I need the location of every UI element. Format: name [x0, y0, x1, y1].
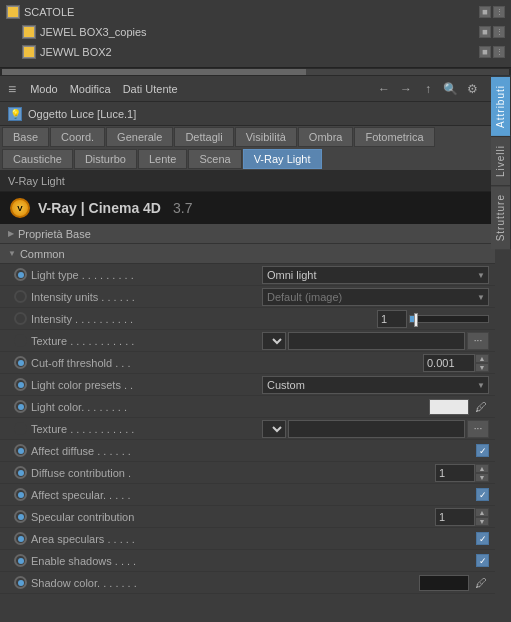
light-color-radio[interactable]	[14, 400, 27, 413]
cutoff-radio[interactable]	[14, 356, 27, 369]
object-name: JEWWL BOX2	[40, 46, 475, 58]
tab-disturbo[interactable]: Disturbo	[74, 149, 137, 169]
tab-visibilita[interactable]: Visibilità	[235, 127, 297, 147]
texture1-field[interactable]	[288, 332, 465, 350]
object-list-scrollbar[interactable]	[0, 68, 511, 76]
eyedropper-button[interactable]: 🖊	[473, 399, 489, 415]
cutoff-spin-up[interactable]: ▲	[475, 354, 489, 363]
menu-dati-utente[interactable]: Dati Utente	[117, 81, 184, 97]
light-color-presets-select[interactable]: Custom D65 White Warm White	[262, 376, 489, 394]
cutoff-label: Cut-off threshold . . .	[31, 357, 419, 369]
enable-shadows-row: Enable shadows . . . . ✓	[0, 550, 495, 572]
visibility-icon[interactable]: ◼	[479, 46, 491, 58]
light-color-row: Light color. . . . . . . . 🖊	[0, 396, 495, 418]
intensity-input[interactable]	[377, 310, 407, 328]
intensity-slider-track[interactable]	[409, 315, 489, 323]
dots-icon[interactable]: ⋮	[493, 46, 505, 58]
texture1-type-select[interactable]: ▼	[262, 332, 286, 350]
tab-dettagli[interactable]: Dettagli	[174, 127, 233, 147]
texture1-spacer	[14, 334, 27, 347]
shadow-color-radio[interactable]	[14, 576, 27, 589]
shadow-eyedropper-button[interactable]: 🖊	[473, 575, 489, 591]
nav-up[interactable]: ↑	[419, 80, 437, 98]
shadow-color-label: Shadow color. . . . . . .	[31, 577, 415, 589]
intensity-slider-thumb[interactable]	[414, 313, 418, 327]
list-item[interactable]: SCATOLE ◼ ⋮	[0, 2, 511, 22]
texture2-field[interactable]	[288, 420, 465, 438]
tab-coord[interactable]: Coord.	[50, 127, 105, 147]
right-tab-livelli[interactable]: Livelli	[491, 136, 511, 185]
affect-diffuse-radio[interactable]	[14, 444, 27, 457]
section-arrow-icon: ▶	[8, 229, 14, 238]
visibility-icon[interactable]: ◼	[479, 26, 491, 38]
tab-base[interactable]: Base	[2, 127, 49, 147]
intensity-units-select-wrapper: Default (image) Lumens Watts ▼	[262, 288, 489, 306]
diffuse-contribution-radio[interactable]	[14, 466, 27, 479]
tab-vray-light[interactable]: V-Ray Light	[243, 149, 322, 169]
cutoff-spin-down[interactable]: ▼	[475, 363, 489, 372]
visibility-icon[interactable]: ◼	[479, 6, 491, 18]
affect-diffuse-row: Affect diffuse . . . . . . ✓	[0, 440, 495, 462]
diffuse-contribution-row: Diffuse contribution . ▲ ▼	[0, 462, 495, 484]
nav-forward[interactable]: →	[397, 80, 415, 98]
section-proprieta-base[interactable]: ▶ Proprietà Base	[0, 224, 495, 244]
affect-diffuse-checkbox[interactable]: ✓	[476, 444, 489, 457]
area-speculars-radio[interactable]	[14, 532, 27, 545]
section-proprieta-base-label: Proprietà Base	[18, 228, 91, 240]
light-color-swatch[interactable]	[429, 399, 469, 415]
specular-contribution-input[interactable]	[435, 508, 475, 526]
diffuse-down[interactable]: ▼	[475, 473, 489, 482]
affect-specular-label: Affect specular. . . . .	[31, 489, 472, 501]
dots-icon[interactable]: ⋮	[493, 6, 505, 18]
tab-lente[interactable]: Lente	[138, 149, 188, 169]
texture2-type-select[interactable]: ▼	[262, 420, 286, 438]
tab-generale[interactable]: Generale	[106, 127, 173, 147]
enable-shadows-checkbox[interactable]: ✓	[476, 554, 489, 567]
enable-shadows-label: Enable shadows . . . .	[31, 555, 472, 567]
intensity-radio[interactable]	[14, 312, 27, 325]
affect-specular-checkbox[interactable]: ✓	[476, 488, 489, 501]
shadow-color-swatch[interactable]	[419, 575, 469, 591]
nav-search[interactable]: 🔍	[441, 80, 459, 98]
enable-shadows-radio[interactable]	[14, 554, 27, 567]
list-item[interactable]: JEWWL BOX2 ◼ ⋮	[0, 42, 511, 62]
hamburger-menu[interactable]: ≡	[8, 81, 16, 97]
section-common[interactable]: ▼ Common	[0, 244, 495, 264]
right-tab-strutture[interactable]: Strutture	[491, 185, 511, 249]
light-type-select[interactable]: Omni light Sphere light Rect light Dome …	[262, 266, 489, 284]
specular-up[interactable]: ▲	[475, 508, 489, 517]
menu-modo[interactable]: Modo	[24, 81, 64, 97]
intensity-units-radio[interactable]	[14, 290, 27, 303]
tab-scena[interactable]: Scena	[188, 149, 241, 169]
area-speculars-row: Area speculars . . . . . ✓	[0, 528, 495, 550]
app-window: SCATOLE ◼ ⋮ JEWEL BOX3_copies ◼ ⋮ JEWWL …	[0, 0, 511, 594]
list-item[interactable]: JEWEL BOX3_copies ◼ ⋮	[0, 22, 511, 42]
nav-settings[interactable]: ⚙	[463, 80, 481, 98]
properties-panel: ▶ Proprietà Base ▼ Common Light type . .…	[0, 224, 495, 594]
texture2-browse-btn[interactable]: ···	[467, 420, 489, 438]
vray-version-text: 3.7	[173, 200, 192, 216]
area-speculars-checkbox[interactable]: ✓	[476, 532, 489, 545]
tab-caustiche[interactable]: Caustiche	[2, 149, 73, 169]
affect-specular-radio[interactable]	[14, 488, 27, 501]
light-color-presets-radio[interactable]	[14, 378, 27, 391]
tab-fotometrica[interactable]: Fotometrica	[354, 127, 434, 147]
diffuse-contribution-input[interactable]	[435, 464, 475, 482]
scrollbar-track	[2, 69, 509, 75]
nav-back[interactable]: ←	[375, 80, 393, 98]
texture1-browse-btn[interactable]: ···	[467, 332, 489, 350]
dots-icon[interactable]: ⋮	[493, 26, 505, 38]
specular-contribution-radio[interactable]	[14, 510, 27, 523]
intensity-units-select[interactable]: Default (image) Lumens Watts	[262, 288, 489, 306]
specular-down[interactable]: ▼	[475, 517, 489, 526]
vray-banner: V V-Ray | Cinema 4D 3.7	[0, 192, 511, 224]
light-type-radio[interactable]	[14, 268, 27, 281]
intensity-label: Intensity . . . . . . . . . .	[31, 313, 373, 325]
menu-modifica[interactable]: Modifica	[64, 81, 117, 97]
affect-diffuse-label: Affect diffuse . . . . . .	[31, 445, 472, 457]
tab-ombra[interactable]: Ombra	[298, 127, 354, 147]
diffuse-up[interactable]: ▲	[475, 464, 489, 473]
right-tab-attributi[interactable]: Attributi	[491, 76, 511, 136]
vray-section-header: V-Ray Light	[0, 170, 511, 192]
cutoff-input[interactable]	[423, 354, 475, 372]
